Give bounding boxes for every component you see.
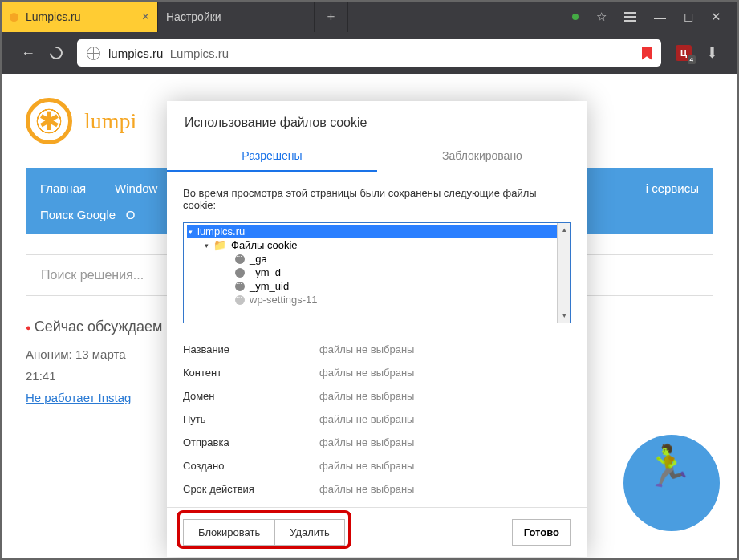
- reload-icon[interactable]: [47, 44, 66, 63]
- chevron-down-icon: ▾: [205, 241, 209, 250]
- close-icon[interactable]: ×: [142, 10, 149, 24]
- status-dot-icon: [572, 14, 579, 20]
- detail-row: Названиефайлы не выбраны: [183, 338, 571, 361]
- url-text: lumpics.ru Lumpics.ru: [108, 47, 229, 60]
- done-button[interactable]: Готово: [512, 519, 571, 546]
- favicon-icon: [10, 13, 18, 22]
- tab-settings[interactable]: Настройки: [158, 2, 315, 32]
- dialog-title: Использование файлов cookie: [167, 101, 587, 141]
- promo-circle-icon: [623, 435, 720, 531]
- cookie-dialog: Использование файлов cookie Разрешены За…: [167, 101, 587, 557]
- chevron-down-icon: ▾: [189, 228, 193, 236]
- close-window-icon[interactable]: ✕: [711, 10, 721, 24]
- folder-icon: 📁: [213, 239, 226, 251]
- menu-icon[interactable]: [624, 12, 636, 22]
- globe-icon: [87, 47, 100, 60]
- dialog-tabs: Разрешены Заблокировано: [167, 141, 587, 172]
- tab-blocked[interactable]: Заблокировано: [377, 141, 587, 172]
- tree-folder[interactable]: ▾ 📁 Файлы cookie: [187, 238, 567, 252]
- delete-button[interactable]: Удалить: [275, 519, 345, 546]
- tree-cookie-item[interactable]: _ga: [187, 252, 567, 266]
- scrollbar[interactable]: ▴ ▾: [557, 223, 570, 323]
- detail-row: Срок действияфайлы не выбраны: [183, 477, 571, 501]
- maximize-icon[interactable]: ◻: [684, 10, 693, 24]
- cookie-tree[interactable]: ▾ lumpics.ru ▾ 📁 Файлы cookie _ga _ym_d …: [183, 222, 571, 323]
- cookie-details: Названиефайлы не выбраны Контентфайлы не…: [183, 338, 571, 501]
- titlebar: Lumpics.ru × Настройки + ☆ — ◻ ✕: [2, 2, 737, 32]
- extension-badge[interactable]: Ц 4: [676, 45, 692, 61]
- detail-row: Путьфайлы не выбраны: [183, 408, 571, 431]
- address-bar: ← lumpics.ru Lumpics.ru Ц 4 ⬇: [2, 32, 737, 74]
- dialog-footer: Блокировать Удалить Готово: [167, 507, 587, 557]
- tree-cookie-item[interactable]: _ym_uid: [187, 279, 567, 293]
- nav-item[interactable]: Window: [100, 168, 172, 208]
- cookie-icon: [235, 295, 245, 305]
- tab-lumpics[interactable]: Lumpics.ru ×: [2, 2, 158, 32]
- detail-row: Доменфайлы не выбраны: [183, 384, 571, 408]
- dialog-description: Во время просмотра этой страницы были со…: [183, 187, 571, 211]
- nav-item[interactable]: i сервисы: [631, 168, 713, 208]
- tab-label: Настройки: [166, 10, 221, 23]
- bookmark-icon[interactable]: [642, 47, 652, 60]
- badge-count: 4: [688, 55, 696, 64]
- new-tab-button[interactable]: +: [315, 2, 348, 32]
- url-field[interactable]: lumpics.ru Lumpics.ru: [77, 39, 661, 67]
- tab-allowed[interactable]: Разрешены: [167, 141, 377, 172]
- cookie-icon: [235, 282, 245, 291]
- comment-link[interactable]: Не работает Instag: [26, 391, 131, 404]
- cookie-icon: [235, 268, 245, 278]
- tab-label: Lumpics.ru: [26, 10, 80, 23]
- detail-row: Контентфайлы не выбраны: [183, 361, 571, 384]
- site-logo-text: lumpi: [84, 108, 136, 134]
- nav-item[interactable]: Главная: [26, 168, 100, 208]
- tree-root[interactable]: ▾ lumpics.ru: [187, 225, 567, 238]
- tree-cookie-item[interactable]: wp-settings-11: [187, 293, 567, 306]
- site-logo-icon: [26, 98, 72, 144]
- window-controls: ☆ — ◻ ✕: [556, 2, 737, 32]
- tree-cookie-item[interactable]: _ym_d: [187, 266, 567, 279]
- favorites-icon[interactable]: ☆: [596, 10, 607, 24]
- cookie-icon: [235, 254, 245, 264]
- block-button[interactable]: Блокировать: [183, 519, 275, 546]
- scroll-down-icon[interactable]: ▾: [558, 309, 570, 323]
- scroll-up-icon[interactable]: ▴: [558, 223, 570, 237]
- detail-row: Отправкафайлы не выбраны: [183, 431, 571, 454]
- downloads-icon[interactable]: ⬇: [706, 44, 718, 62]
- minimize-icon[interactable]: —: [654, 10, 666, 24]
- detail-row: Созданофайлы не выбраны: [183, 454, 571, 477]
- back-icon[interactable]: ←: [21, 45, 35, 62]
